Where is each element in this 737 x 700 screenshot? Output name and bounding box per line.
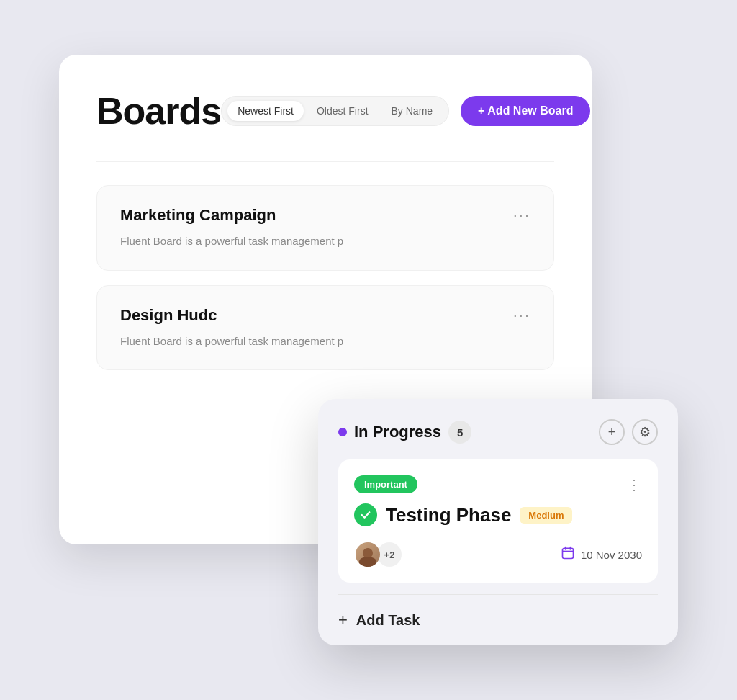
board-card-description-2: Fluent Board is a powerful task manageme… (120, 333, 530, 350)
divider (96, 161, 554, 162)
checkmark-icon (359, 508, 372, 521)
add-task-row[interactable]: + Add Task (338, 594, 658, 645)
task-card-top: Important ⋮ (354, 475, 642, 493)
sort-newest-button[interactable]: Newest First (227, 101, 304, 121)
boards-header: Boards Newest First Oldest First By Name… (96, 89, 554, 133)
task-panel-header: In Progress 5 + ⚙ (338, 419, 658, 445)
task-card[interactable]: Important ⋮ Testing Phase Medium +2 (338, 459, 658, 583)
column-label: In Progress 5 (338, 421, 471, 444)
gear-icon: ⚙ (639, 424, 651, 440)
task-title-row: Testing Phase Medium (354, 503, 642, 526)
status-dot (338, 428, 347, 436)
task-complete-icon[interactable] (354, 503, 377, 526)
sort-byname-button[interactable]: By Name (381, 101, 443, 121)
settings-column-button[interactable]: ⚙ (632, 419, 658, 445)
avatar-image (356, 542, 380, 567)
header-controls: Newest First Oldest First By Name + Add … (221, 96, 590, 126)
task-title: Testing Phase (386, 504, 511, 526)
page-title: Boards (96, 89, 221, 133)
task-more-button[interactable]: ⋮ (627, 476, 642, 493)
avatar-group: +2 (354, 541, 403, 568)
add-task-label: Add Task (356, 612, 420, 629)
important-badge: Important (354, 475, 417, 493)
due-date: 10 Nov 2030 (561, 546, 642, 564)
board-card-title: Marketing Campaign (120, 206, 276, 225)
board-card-marketing[interactable]: Marketing Campaign ··· Fluent Board is a… (96, 185, 554, 271)
add-board-button[interactable]: + Add New Board (461, 96, 590, 126)
sort-group: Newest First Oldest First By Name (221, 96, 449, 126)
board-card-title-2: Design Hudc (120, 306, 217, 325)
due-date-text: 10 Nov 2030 (581, 549, 642, 561)
calendar-icon (561, 546, 575, 564)
column-count-badge: 5 (448, 421, 471, 444)
add-column-button[interactable]: + (599, 419, 625, 445)
board-more-button-2[interactable]: ··· (513, 306, 530, 325)
board-more-button[interactable]: ··· (513, 206, 530, 225)
column-title: In Progress (354, 423, 441, 441)
add-task-plus-icon: + (338, 611, 348, 629)
panel-actions: + ⚙ (599, 419, 658, 445)
sort-oldest-button[interactable]: Oldest First (307, 101, 379, 121)
calendar-svg (561, 546, 575, 560)
task-footer: +2 10 Nov 2030 (354, 541, 642, 568)
board-card-header: Marketing Campaign ··· (120, 206, 530, 225)
board-card-description: Fluent Board is a powerful task manageme… (120, 233, 530, 250)
priority-badge: Medium (520, 507, 572, 524)
avatar (354, 541, 381, 568)
board-card-design[interactable]: Design Hudc ··· Fluent Board is a powerf… (96, 285, 554, 371)
svg-rect-0 (562, 548, 573, 558)
plus-icon: + (608, 425, 616, 440)
board-card-header-2: Design Hudc ··· (120, 306, 530, 325)
task-panel: In Progress 5 + ⚙ Important ⋮ (318, 399, 678, 645)
